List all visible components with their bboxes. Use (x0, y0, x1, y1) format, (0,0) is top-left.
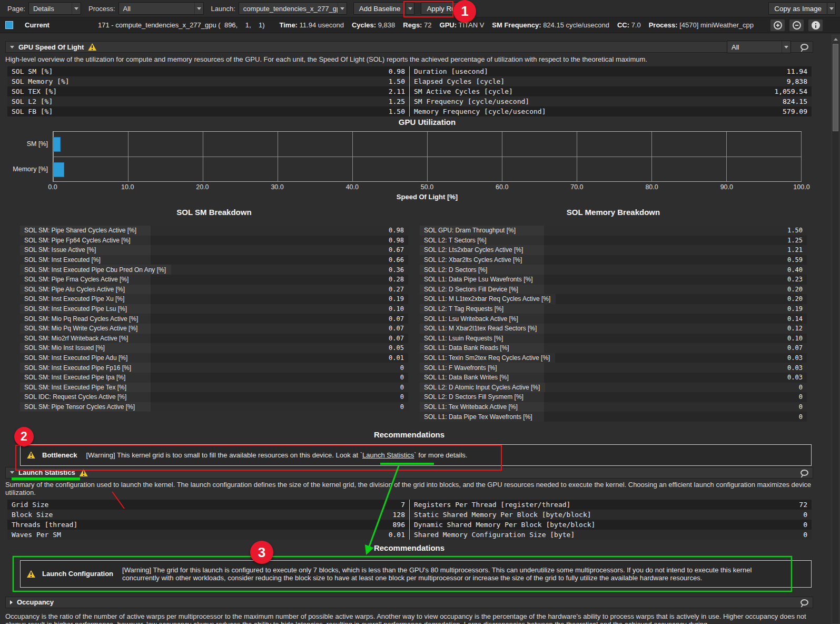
vertical-scrollbar[interactable] (832, 35, 839, 624)
collapse-expander-icon[interactable] (10, 471, 14, 474)
table-row[interactable]: Block Size128 (7, 510, 409, 520)
table-row[interactable]: SOL Memory [%]1.50 (7, 76, 409, 86)
table-row[interactable]: SOL L1: M Xbar2l1tex Read Sectors [%]0.1… (420, 324, 807, 334)
sol-filter-dropdown[interactable]: All (727, 41, 791, 53)
table-row[interactable]: Waves Per SM0.01 (7, 530, 409, 540)
sol-metric-table-right: Duration [usecond]11.94Elapsed Cycles [c… (409, 66, 812, 116)
table-row[interactable]: SM Frequency [cycle/usecond]824.15 (410, 96, 812, 106)
comment-bubble-icon[interactable] (801, 44, 808, 50)
table-row[interactable]: SOL L2: D Sectors Fill Sysmem [%]0 (420, 392, 807, 402)
table-row[interactable]: SOL L1: Data Pipe Lsu Wavefronts [%]0.23 (420, 275, 807, 285)
table-row[interactable]: SOL L2: Xbar2lts Cycles Active [%]0.59 (420, 255, 807, 265)
table-row[interactable]: SOL SM: Mio Pq Read Cycles Active [%]0.0… (20, 314, 408, 324)
table-row[interactable]: SOL SM: Pipe Tensor Cycles Active [%]0 (20, 402, 408, 412)
launch-configuration-label: Launch Configuration (42, 570, 113, 578)
launch-statistics-link[interactable]: Launch Statistics (362, 451, 414, 459)
table-row[interactable]: SOL TEX [%]2.11 (7, 86, 409, 96)
table-row[interactable]: Registers Per Thread [register/thread]72 (410, 500, 812, 510)
section-header-launch-statistics[interactable]: Launch Statistics (5, 467, 813, 479)
scrollbar-thumb[interactable] (833, 44, 838, 131)
table-row[interactable]: SOL SM: Pipe Alu Cycles Active [%]0.27 (20, 285, 408, 295)
kernel-stat: GPU: TITAN V (440, 21, 485, 29)
copy-as-image-button[interactable]: Copy as Image (768, 2, 827, 15)
table-row[interactable]: SOL SM: Issue Active [%]0.67 (20, 245, 408, 255)
table-row[interactable]: SOL SM: Mio Pq Write Cycles Active [%]0.… (20, 324, 408, 334)
current-color-swatch (5, 21, 13, 29)
table-row[interactable]: SOL L2: T Tag Requests [%]0.19 (420, 304, 807, 314)
add-baseline-button[interactable]: Add Baseline (353, 2, 407, 15)
table-row[interactable]: Duration [usecond]11.94 (410, 66, 812, 76)
section-title: GPU Speed Of Light (18, 43, 84, 51)
table-row[interactable]: SOL SM: Inst Executed Pipe Xu [%]0.19 (20, 294, 408, 304)
table-row[interactable]: SOL L2: D Atomic Input Cycles Active [%]… (420, 383, 807, 393)
table-row[interactable]: SOL L1: Lsu Writeback Active [%]0.14 (420, 314, 807, 324)
info-button[interactable] (808, 19, 823, 32)
chart-x-tick-label: 100.0 (793, 183, 809, 191)
chart-x-tick-label: 30.0 (271, 183, 283, 191)
table-row[interactable]: SOL SM: Inst Executed Pipe Cbu Pred On A… (20, 265, 408, 275)
table-row[interactable]: Elapsed Cycles [cycle]9,838 (410, 76, 812, 86)
table-row[interactable]: SOL L1: Texin Sm2tex Req Cycles Active [… (420, 353, 807, 363)
table-row[interactable]: Shared Memory Configuration Size [byte]0 (410, 530, 812, 540)
table-row[interactable]: SOL SM: Inst Executed Pipe Fp16 [%]0 (20, 363, 408, 373)
kernel-stat: Cycles: 9,838 (352, 21, 395, 29)
comment-bubble-icon[interactable] (801, 470, 808, 476)
table-row[interactable]: SOL SM: Mio2rf Writeback Active [%]0.07 (20, 334, 408, 344)
table-row[interactable]: SOL L1: M L1tex2xbar Req Cycles Active [… (420, 294, 807, 304)
table-row[interactable]: Memory Frequency [cycle/usecond]579.09 (410, 106, 812, 116)
table-row[interactable]: SOL SM: Inst Executed [%]0.66 (20, 255, 408, 265)
table-row[interactable]: SOL L2: T Sectors [%]1.25 (420, 236, 807, 246)
table-row[interactable]: SOL L2: D Sectors Fill Device [%]0.20 (420, 285, 807, 295)
table-row[interactable]: SOL SM: Pipe Shared Cycles Active [%]0.9… (20, 226, 408, 236)
expand-expander-icon[interactable] (10, 600, 13, 604)
table-row[interactable]: SOL L1: Tex Writeback Active [%]0 (420, 402, 807, 412)
process-label: Process: (88, 5, 115, 13)
table-row[interactable]: SOL L1: Data Bank Reads [%]0.07 (420, 343, 807, 353)
table-row[interactable]: Grid Size7 (7, 500, 409, 510)
table-row[interactable]: SOL SM: Inst Executed Pipe Lsu [%]0.10 (20, 304, 408, 314)
table-row[interactable]: SOL L1: Data Bank Writes [%]0.03 (420, 373, 807, 383)
launch-configuration-text: [Warning] The grid for this launch is co… (122, 566, 779, 582)
table-row[interactable]: SOL SM: Pipe Fp64 Cycles Active [%]0.98 (20, 236, 408, 246)
page-dropdown[interactable]: Details (28, 2, 81, 15)
table-row[interactable]: SOL SM: Inst Executed Pipe Adu [%]0.01 (20, 353, 408, 363)
table-row[interactable]: SOL L2: D Sectors [%]0.40 (420, 265, 807, 275)
table-row[interactable]: SOL GPU: Dram Throughput [%]1.50 (420, 226, 807, 236)
chart-x-axis: 0.010.020.030.040.050.060.070.080.090.01… (53, 183, 802, 192)
collapse-expander-icon[interactable] (10, 46, 14, 48)
table-row[interactable]: Threads [thread]896 (7, 520, 409, 530)
table-row[interactable]: SOL SM: Pipe Fma Cycles Active [%]0.28 (20, 275, 408, 285)
kernel-stat: Regs: 72 (403, 21, 431, 29)
chart-x-tick-label: 80.0 (645, 183, 658, 191)
table-row[interactable]: SOL L2: Lts2xbar Cycles Active [%]1.21 (420, 245, 807, 255)
copy-as-image-menu-arrow[interactable] (827, 2, 836, 15)
chart-x-tick-label: 70.0 (570, 183, 583, 191)
table-row[interactable]: SOL IDC: Request Cycles Active [%]0 (20, 392, 408, 402)
scrollbar-up-arrow[interactable] (832, 35, 839, 43)
zoom-out-button[interactable] (789, 19, 804, 32)
apply-rules-button[interactable]: Apply Rules (421, 2, 470, 15)
table-row[interactable]: Static Shared Memory Per Block [byte/blo… (410, 510, 812, 520)
gpu-utilization-chart: SM [%] Memory [%] (5, 131, 813, 182)
plus-circle-icon (774, 21, 782, 30)
table-row[interactable]: SOL FB [%]1.50 (7, 106, 409, 116)
comment-bubble-icon[interactable] (801, 599, 808, 606)
table-row[interactable]: Dynamic Shared Memory Per Block [byte/bl… (410, 520, 812, 530)
section-header-gpu-speed-of-light[interactable]: GPU Speed Of Light All (5, 41, 813, 53)
process-dropdown[interactable]: All (118, 2, 204, 15)
table-row[interactable]: SOL L1: F Wavefronts [%]0.03 (420, 363, 807, 373)
table-row[interactable]: SM Active Cycles [cycle]1,059.54 (410, 86, 812, 96)
table-row[interactable]: SOL L1: Data Pipe Tex Wavefronts [%]0 (420, 412, 807, 422)
table-row[interactable]: SOL L2 [%]1.25 (7, 96, 409, 106)
launch-dropdown[interactable]: compute_tendencies_x_277_gpu (239, 2, 347, 15)
table-row[interactable]: SOL SM: Inst Executed Pipe Tex [%]0 (20, 383, 408, 393)
section-header-occupancy[interactable]: Occupancy (5, 597, 813, 608)
table-row[interactable]: SOL SM: Inst Executed Pipe Ipa [%]0 (20, 373, 408, 383)
page-dropdown-value: Details (29, 5, 72, 13)
table-row[interactable]: SOL SM: Mio Inst Issued [%]0.05 (20, 343, 408, 353)
add-baseline-menu-arrow[interactable] (406, 2, 414, 15)
table-row[interactable]: SOL SM [%]0.98 (7, 66, 409, 76)
kernel-stats: Time: 11.94 usecond Cycles: 9,838 Regs: … (280, 21, 754, 29)
table-row[interactable]: SOL L1: Lsuin Requests [%]0.10 (420, 334, 807, 344)
zoom-in-button[interactable] (770, 19, 785, 32)
